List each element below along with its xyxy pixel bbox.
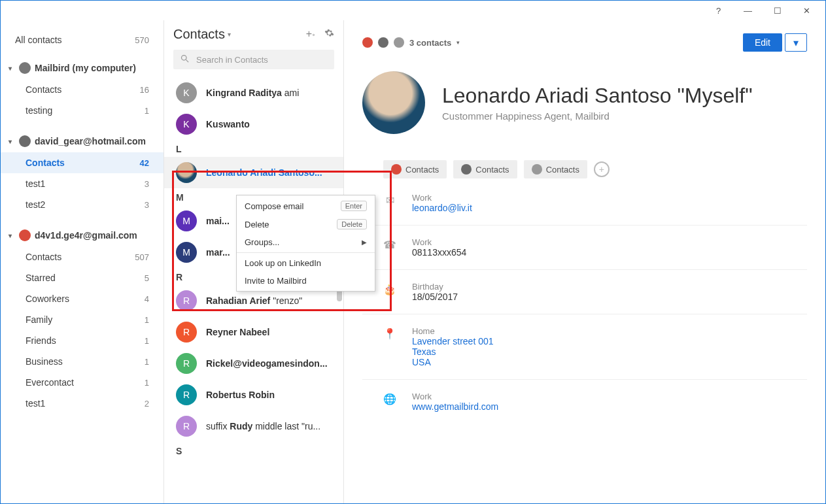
add-source-button[interactable]: +: [594, 161, 610, 177]
all-contacts-row[interactable]: All contacts 570: [1, 29, 163, 57]
sidebar-item[interactable]: Coworkers4: [1, 288, 163, 309]
search-placeholder: Search in Contacts: [196, 55, 268, 65]
contacts-title[interactable]: Contacts ▾: [173, 27, 231, 42]
avatar: R: [176, 384, 197, 405]
help-button[interactable]: ?: [704, 1, 733, 20]
maximize-button[interactable]: ☐: [763, 1, 792, 20]
alpha-section: S: [173, 442, 334, 459]
add-contact-icon[interactable]: +𝆹: [306, 28, 315, 41]
sidebar-item[interactable]: test23: [1, 194, 163, 215]
contact-row[interactable]: Leonardo Ariadi Santoso...: [164, 157, 343, 188]
left-sidebar: All contacts 570 ▾Mailbird (my computer)…: [1, 20, 164, 503]
context-menu-item[interactable]: Invite to Mailbird: [237, 272, 375, 290]
avatar: M: [176, 242, 197, 263]
birthday-field: 🎂 Birthday 18/05/2017: [383, 282, 807, 302]
contact-name: mar...: [206, 247, 230, 258]
context-menu: Compose emailEnterDeleteDeleteGroups...▶…: [236, 195, 375, 292]
keyboard-shortcut: Enter: [341, 201, 367, 211]
phone-field: ☎ Work 08113xxx654: [383, 237, 807, 258]
main-layout: All contacts 570 ▾Mailbird (my computer)…: [1, 20, 825, 503]
contact-name: Leonardo Ariadi Santoso "Myself": [442, 84, 753, 108]
chip-google-contacts[interactable]: Contacts: [383, 160, 447, 178]
chip-outlook-contacts[interactable]: Contacts: [453, 160, 517, 178]
contact-row[interactable]: KKuswanto: [173, 109, 334, 140]
account-icon: [19, 62, 31, 74]
avatar: R: [176, 353, 197, 374]
chevron-down-icon: ▾: [228, 31, 231, 38]
location-icon: 📍: [383, 328, 396, 367]
minimize-button[interactable]: —: [733, 1, 763, 20]
google-icon: [362, 37, 373, 48]
all-contacts-count: 570: [135, 35, 149, 45]
all-contacts-label: All contacts: [15, 35, 62, 45]
sidebar-item[interactable]: Family1: [1, 309, 163, 330]
context-menu-item[interactable]: DeleteDelete: [237, 215, 375, 233]
source-chips: Contacts Contacts Contacts +: [383, 160, 807, 178]
sidebar-item[interactable]: Contacts16: [1, 79, 163, 100]
sidebar-item[interactable]: Starred5: [1, 267, 163, 288]
context-menu-item[interactable]: Look up on LinkedIn: [237, 254, 375, 272]
avatar: [362, 71, 425, 134]
sidebar-item[interactable]: Business1: [1, 351, 163, 372]
contact-name: Reyner Nabeel: [206, 327, 269, 337]
contact-row[interactable]: RReyner Nabeel: [173, 316, 334, 348]
gear-icon[interactable]: [324, 28, 334, 41]
birthday-icon: 🎂: [383, 283, 396, 302]
birthday-value: 18/05/2017: [412, 292, 458, 302]
chevron-down-icon: ▾: [9, 232, 15, 239]
chevron-down-icon: ▾: [9, 138, 15, 145]
account-header[interactable]: ▾david_gear@hotmail.com: [1, 130, 163, 152]
avatar: K: [176, 82, 197, 103]
contact-role: Custommer Happiness Agent, Mailbird: [442, 110, 753, 122]
sidebar-item[interactable]: test13: [1, 173, 163, 194]
contact-name: Rahadian Arief "renzo": [206, 295, 302, 306]
context-menu-item[interactable]: Compose emailEnter: [237, 197, 375, 215]
chevron-down-icon: ▾: [9, 65, 15, 72]
sidebar-item[interactable]: testing1: [1, 100, 163, 121]
website-value[interactable]: www.getmailbird.com: [412, 401, 498, 412]
sidebar-item[interactable]: Evercontact1: [1, 372, 163, 393]
context-menu-item[interactable]: Groups...▶: [237, 233, 375, 251]
outlook-icon: [378, 37, 388, 48]
sidebar-item[interactable]: Contacts507: [1, 246, 163, 267]
avatar: M: [176, 210, 197, 231]
phone-icon: ☎: [383, 239, 396, 258]
contact-row[interactable]: KKingrand Raditya ami: [173, 77, 334, 109]
contact-name: Kingrand Raditya ami: [206, 88, 299, 98]
keyboard-shortcut: Delete: [337, 219, 367, 229]
chevron-down-icon: ▾: [456, 39, 460, 46]
edit-dropdown[interactable]: ▾: [785, 33, 807, 52]
search-icon: [180, 54, 190, 65]
email-value[interactable]: leonardo@liv.it: [412, 203, 472, 213]
contact-name: Leonardo Ariadi Santoso...: [206, 167, 322, 178]
contact-name: Rickel@videogamesindon...: [206, 358, 328, 369]
avatar: R: [176, 290, 197, 311]
contact-name: mai...: [206, 216, 230, 226]
contact-name: suffix Rudy middle last "ru...: [206, 421, 320, 431]
contact-row[interactable]: RRickel@videogamesindon...: [173, 348, 334, 379]
edit-button[interactable]: Edit: [743, 33, 782, 52]
contact-detail: 3 contacts ▾ Edit ▾ Leonardo Ariadi Sant…: [344, 20, 825, 503]
submenu-arrow-icon: ▶: [362, 239, 367, 246]
contact-name: Robertus Robin: [206, 390, 275, 400]
chip-mailbird-contacts[interactable]: Contacts: [524, 160, 587, 178]
contact-row[interactable]: Rsuffix Rudy middle last "ru...: [173, 411, 334, 442]
alpha-section: L: [173, 140, 334, 157]
sidebar-item[interactable]: Contacts42: [1, 152, 163, 173]
close-button[interactable]: ✕: [792, 1, 821, 20]
sidebar-item[interactable]: test12: [1, 393, 163, 414]
svg-line-1: [186, 59, 188, 62]
address-field: 📍 Home Lavender street 001 Texas USA: [383, 326, 807, 367]
account-header[interactable]: ▾Mailbird (my computer): [1, 57, 163, 79]
search-input[interactable]: Search in Contacts: [173, 50, 334, 69]
email-field: ✉ Work leonardo@liv.it: [383, 193, 807, 213]
source-indicator[interactable]: 3 contacts ▾: [362, 37, 460, 48]
avatar: [176, 162, 197, 183]
contact-row[interactable]: RRobertus Robin: [173, 379, 334, 411]
account-icon: [19, 229, 31, 241]
account-header[interactable]: ▾d4v1d.ge4r@gmail.com: [1, 224, 163, 246]
contact-name: Kuswanto: [206, 119, 250, 129]
sidebar-item[interactable]: Friends1: [1, 330, 163, 351]
phone-value: 08113xxx654: [412, 247, 466, 258]
account-icon: [19, 135, 31, 147]
